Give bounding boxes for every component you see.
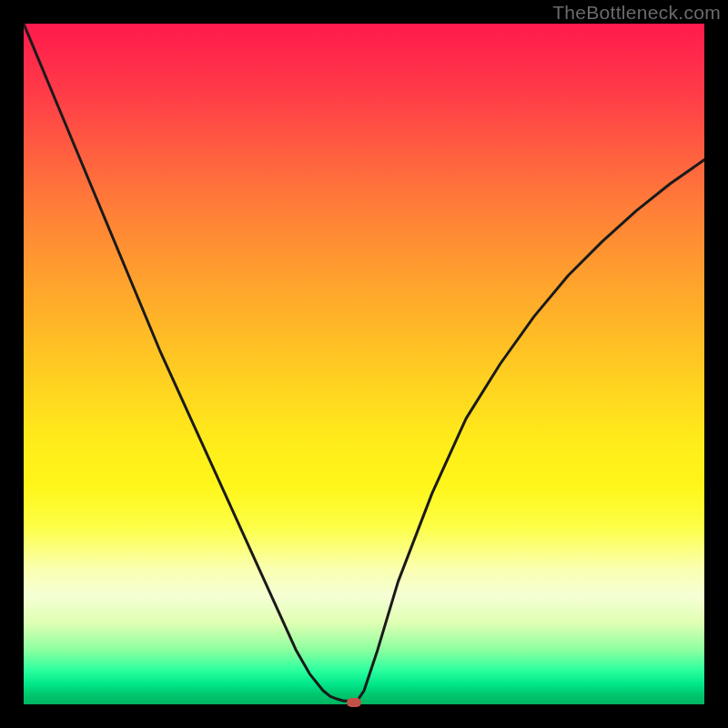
- optimum-marker: [347, 698, 361, 707]
- watermark-text: TheBottleneck.com: [552, 2, 721, 24]
- bottleneck-curve: [24, 24, 704, 704]
- curve-path: [24, 24, 704, 701]
- plot-area: [24, 24, 704, 704]
